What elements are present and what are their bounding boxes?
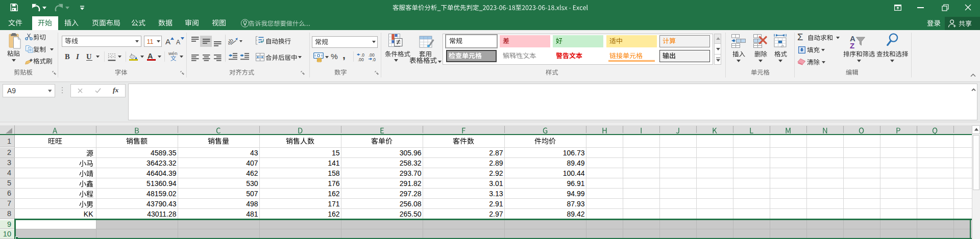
svg-text:.00: .00 (358, 57, 364, 61)
svg-text:Z: Z (850, 41, 854, 48)
svg-text:.0: .0 (372, 57, 376, 61)
